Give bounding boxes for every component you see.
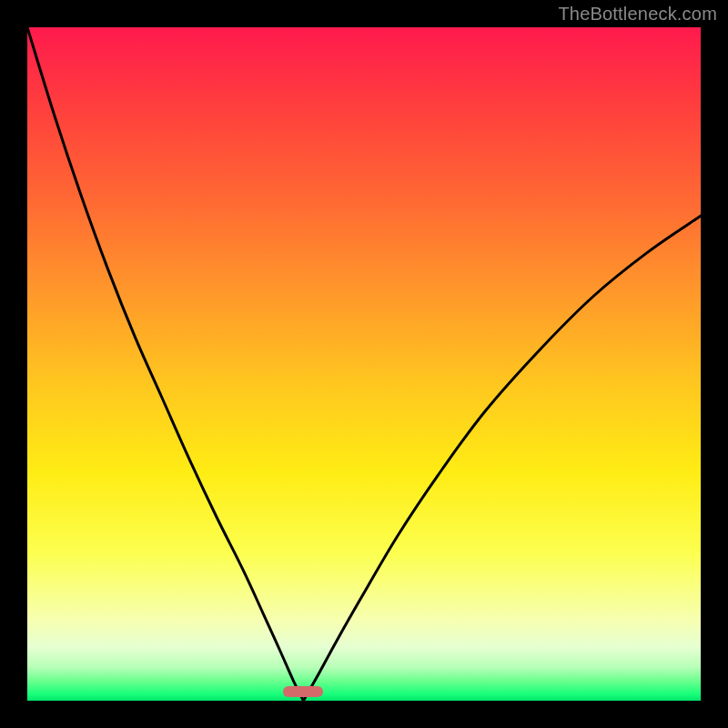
chart-frame: TheBottleneck.com (0, 0, 728, 728)
curve-left-branch (27, 27, 303, 701)
bottleneck-curve (27, 27, 701, 701)
curve-right-branch (303, 216, 701, 701)
minimum-marker (283, 686, 323, 697)
plot-area (27, 27, 701, 701)
watermark-text: TheBottleneck.com (558, 4, 717, 25)
